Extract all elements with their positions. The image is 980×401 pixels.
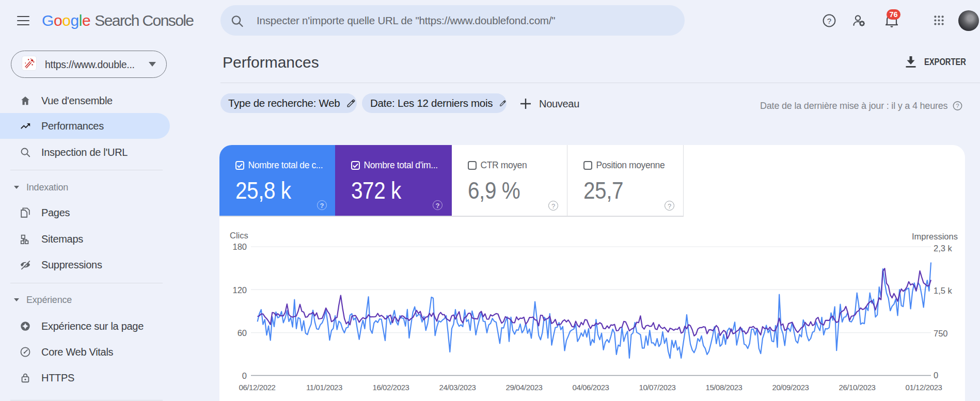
svg-text:?: ? [827, 17, 831, 25]
svg-text:?: ? [956, 103, 959, 109]
